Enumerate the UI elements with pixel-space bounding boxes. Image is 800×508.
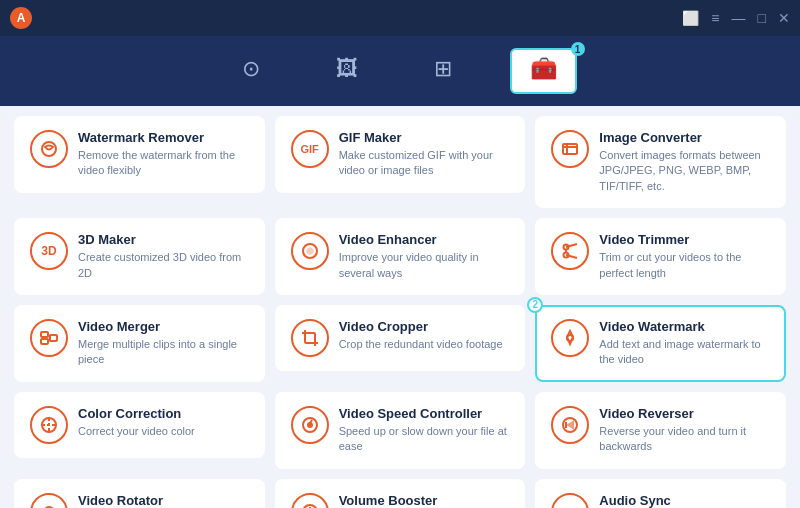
nav-mv-wrap: 🖼 bbox=[318, 50, 376, 92]
tool-icon-video-enhancer bbox=[291, 232, 329, 270]
minimize-button[interactable]: — bbox=[732, 10, 746, 26]
tool-card-wrap-video-trimmer: Video TrimmerTrim or cut your videos to … bbox=[535, 218, 786, 295]
tool-card-watermark-remover[interactable]: Watermark RemoverRemove the watermark fr… bbox=[14, 116, 265, 193]
tool-info-gif-maker: GIF MakerMake customized GIF with your v… bbox=[339, 130, 510, 179]
tool-card-video-enhancer[interactable]: Video EnhancerImprove your video quality… bbox=[275, 218, 526, 295]
tool-icon-video-reverser bbox=[551, 406, 589, 444]
nav-toolbox[interactable]: 🧰 bbox=[510, 48, 577, 94]
tool-card-video-cropper[interactable]: Video CropperCrop the redundant video fo… bbox=[275, 305, 526, 371]
window-controls[interactable]: ⬜ ≡ — □ ✕ bbox=[682, 10, 790, 26]
tool-icon-video-cropper bbox=[291, 319, 329, 357]
tool-desc-video-speed: Speed up or slow down your file at ease bbox=[339, 424, 510, 455]
tool-info-video-merger: Video MergerMerge multiple clips into a … bbox=[78, 319, 249, 368]
chat-icon[interactable]: ⬜ bbox=[682, 10, 699, 26]
tool-name-video-trimmer: Video Trimmer bbox=[599, 232, 770, 247]
tool-name-video-enhancer: Video Enhancer bbox=[339, 232, 510, 247]
tool-card-video-watermark[interactable]: Video WatermarkAdd text and image waterm… bbox=[535, 305, 786, 382]
svg-rect-1 bbox=[563, 144, 577, 154]
tool-card-video-rotator[interactable]: Video RotatorRotate and flip the video a… bbox=[14, 479, 265, 508]
svg-line-11 bbox=[48, 334, 50, 336]
tool-name-video-rotator: Video Rotator bbox=[78, 493, 249, 508]
tool-card-wrap-video-reverser: Video ReverserReverse your video and tur… bbox=[535, 392, 786, 469]
tool-info-color-correction: Color CorrectionCorrect your video color bbox=[78, 406, 249, 439]
toolbox-icon: 🧰 bbox=[530, 56, 557, 82]
nav-converter[interactable]: ⊙ bbox=[224, 50, 278, 92]
tool-card-wrap-video-merger: Video MergerMerge multiple clips into a … bbox=[14, 305, 265, 382]
tool-card-volume-booster[interactable]: Volume BoosterAdjust the volume of the v… bbox=[275, 479, 526, 508]
tool-name-volume-booster: Volume Booster bbox=[339, 493, 510, 508]
tool-card-3d-maker[interactable]: 3D3D MakerCreate customized 3D video fro… bbox=[14, 218, 265, 295]
tools-grid: Watermark RemoverRemove the watermark fr… bbox=[0, 106, 800, 508]
tool-card-color-correction[interactable]: Color CorrectionCorrect your video color bbox=[14, 392, 265, 458]
tool-card-video-trimmer[interactable]: Video TrimmerTrim or cut your videos to … bbox=[535, 218, 786, 295]
collage-icon: ⊞ bbox=[434, 56, 452, 82]
tool-card-video-speed[interactable]: Video Speed ControllerSpeed up or slow d… bbox=[275, 392, 526, 469]
tool-card-wrap-volume-booster: Volume BoosterAdjust the volume of the v… bbox=[275, 479, 526, 508]
tool-card-wrap-audio-sync: Audio SyncAdjust and sync the audio with… bbox=[535, 479, 786, 508]
tool-desc-gif-maker: Make customized GIF with your video or i… bbox=[339, 148, 510, 179]
nav-converter-wrap: ⊙ bbox=[224, 50, 278, 92]
nav-toolbox-wrap: 1 🧰 bbox=[510, 48, 577, 94]
tool-info-video-speed: Video Speed ControllerSpeed up or slow d… bbox=[339, 406, 510, 455]
tool-desc-color-correction: Correct your video color bbox=[78, 424, 249, 439]
svg-rect-9 bbox=[41, 339, 48, 344]
tool-icon-video-watermark bbox=[551, 319, 589, 357]
tool-card-wrap-color-correction: Color CorrectionCorrect your video color bbox=[14, 392, 265, 469]
tool-icon-video-speed bbox=[291, 406, 329, 444]
tool-name-video-merger: Video Merger bbox=[78, 319, 249, 334]
tool-info-3d-maker: 3D MakerCreate customized 3D video from … bbox=[78, 232, 249, 281]
tool-card-wrap-video-cropper: Video CropperCrop the redundant video fo… bbox=[275, 305, 526, 382]
tool-card-video-reverser[interactable]: Video ReverserReverse your video and tur… bbox=[535, 392, 786, 469]
nav-mv[interactable]: 🖼 bbox=[318, 50, 376, 92]
tool-icon-watermark-remover bbox=[30, 130, 68, 168]
tool-card-image-converter[interactable]: Image ConverterConvert images formats be… bbox=[535, 116, 786, 208]
tool-desc-3d-maker: Create customized 3D video from 2D bbox=[78, 250, 249, 281]
tool-desc-video-cropper: Crop the redundant video footage bbox=[339, 337, 510, 352]
tool-card-wrap-3d-maker: 3D3D MakerCreate customized 3D video fro… bbox=[14, 218, 265, 295]
tool-card-wrap-image-converter: Image ConverterConvert images formats be… bbox=[535, 116, 786, 208]
svg-rect-10 bbox=[50, 335, 57, 341]
tool-card-wrap-video-rotator: Video RotatorRotate and flip the video a… bbox=[14, 479, 265, 508]
tool-card-audio-sync[interactable]: Audio SyncAdjust and sync the audio with… bbox=[535, 479, 786, 508]
tool-name-audio-sync: Audio Sync bbox=[599, 493, 770, 508]
nav-toolbox-badge: 1 bbox=[571, 42, 585, 56]
tool-desc-image-converter: Convert images formats between JPG/JPEG,… bbox=[599, 148, 770, 194]
tool-desc-watermark-remover: Remove the watermark from the video flex… bbox=[78, 148, 249, 179]
tool-card-wrap-video-speed: Video Speed ControllerSpeed up or slow d… bbox=[275, 392, 526, 469]
tool-icon-video-trimmer bbox=[551, 232, 589, 270]
svg-line-12 bbox=[48, 339, 50, 341]
tool-icon-color-correction bbox=[30, 406, 68, 444]
tool-desc-video-reverser: Reverse your video and turn it backwards bbox=[599, 424, 770, 455]
tool-name-watermark-remover: Watermark Remover bbox=[78, 130, 249, 145]
tool-card-gif-maker[interactable]: GIFGIF MakerMake customized GIF with you… bbox=[275, 116, 526, 193]
tool-info-image-converter: Image ConverterConvert images formats be… bbox=[599, 130, 770, 194]
close-button[interactable]: ✕ bbox=[778, 10, 790, 26]
tool-icon-3d-maker: 3D bbox=[30, 232, 68, 270]
tool-icon-image-converter bbox=[551, 130, 589, 168]
tool-desc-video-merger: Merge multiple clips into a single piece bbox=[78, 337, 249, 368]
tool-info-video-rotator: Video RotatorRotate and flip the video a… bbox=[78, 493, 249, 508]
tool-icon-gif-maker: GIF bbox=[291, 130, 329, 168]
tool-info-video-enhancer: Video EnhancerImprove your video quality… bbox=[339, 232, 510, 281]
tool-name-video-cropper: Video Cropper bbox=[339, 319, 510, 334]
tool-icon-volume-booster bbox=[291, 493, 329, 508]
tool-icon-audio-sync bbox=[551, 493, 589, 508]
svg-rect-13 bbox=[305, 333, 315, 343]
tool-name-gif-maker: GIF Maker bbox=[339, 130, 510, 145]
tool-name-3d-maker: 3D Maker bbox=[78, 232, 249, 247]
tool-info-video-cropper: Video CropperCrop the redundant video fo… bbox=[339, 319, 510, 352]
tool-info-watermark-remover: Watermark RemoverRemove the watermark fr… bbox=[78, 130, 249, 179]
tool-icon-video-merger bbox=[30, 319, 68, 357]
tool-card-wrap-watermark-remover: Watermark RemoverRemove the watermark fr… bbox=[14, 116, 265, 208]
nav-collage[interactable]: ⊞ bbox=[416, 50, 470, 92]
tool-name-image-converter: Image Converter bbox=[599, 130, 770, 145]
svg-rect-8 bbox=[41, 332, 48, 337]
svg-point-18 bbox=[567, 335, 573, 341]
tool-name-video-reverser: Video Reverser bbox=[599, 406, 770, 421]
tool-desc-video-trimmer: Trim or cut your videos to the perfect l… bbox=[599, 250, 770, 281]
content-area: Watermark RemoverRemove the watermark fr… bbox=[0, 106, 800, 508]
tool-desc-video-watermark: Add text and image watermark to the vide… bbox=[599, 337, 770, 368]
menu-icon[interactable]: ≡ bbox=[711, 10, 719, 26]
tool-card-video-merger[interactable]: Video MergerMerge multiple clips into a … bbox=[14, 305, 265, 382]
maximize-button[interactable]: □ bbox=[758, 10, 766, 26]
